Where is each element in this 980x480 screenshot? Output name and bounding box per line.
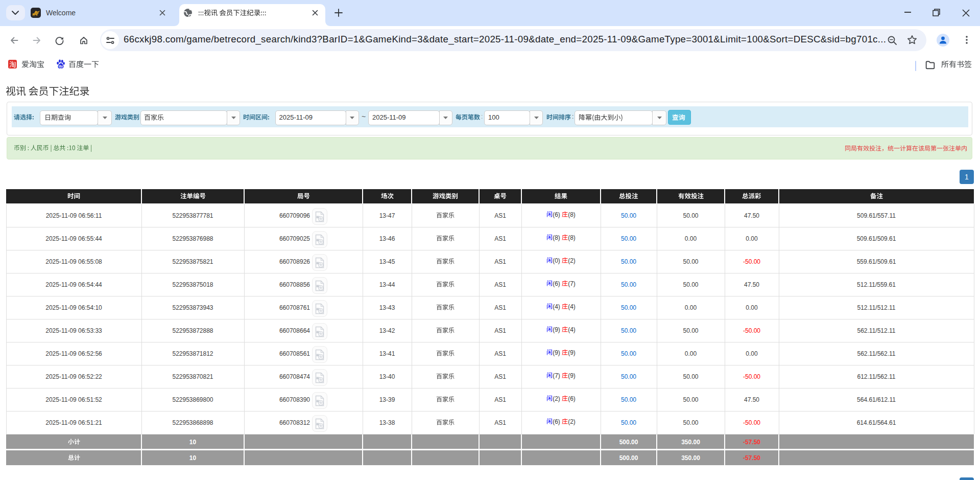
svg-text:du: du bbox=[59, 64, 63, 68]
